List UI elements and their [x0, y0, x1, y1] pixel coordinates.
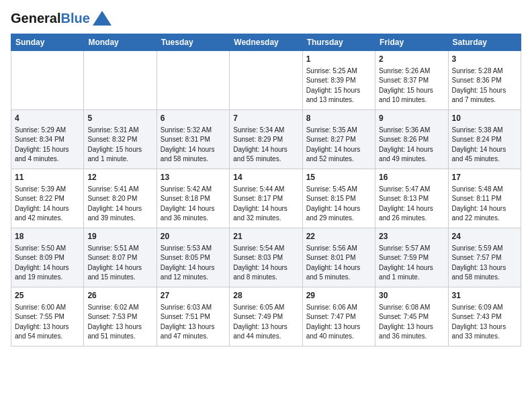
- day-info: Sunrise: 5:59 AM Sunset: 7:57 PM Dayligh…: [452, 244, 517, 283]
- logo-icon: [93, 11, 112, 26]
- calendar-cell: 28Sunrise: 6:05 AM Sunset: 7:49 PM Dayli…: [230, 287, 302, 347]
- day-info: Sunrise: 5:41 AM Sunset: 8:20 PM Dayligh…: [87, 185, 152, 224]
- page-header: GeneralBlue: [11, 11, 521, 26]
- calendar-cell: [230, 51, 302, 110]
- day-info: Sunrise: 5:35 AM Sunset: 8:27 PM Dayligh…: [306, 126, 371, 165]
- day-info: Sunrise: 5:57 AM Sunset: 7:59 PM Dayligh…: [379, 244, 444, 283]
- calendar-week-row: 18Sunrise: 5:50 AM Sunset: 8:09 PM Dayli…: [11, 228, 521, 287]
- day-number: 23: [379, 231, 444, 242]
- day-number: 16: [379, 172, 444, 183]
- calendar-cell: 29Sunrise: 6:06 AM Sunset: 7:47 PM Dayli…: [302, 287, 375, 347]
- day-number: 1: [306, 54, 371, 65]
- day-info: Sunrise: 6:05 AM Sunset: 7:49 PM Dayligh…: [233, 303, 298, 342]
- day-number: 3: [452, 54, 517, 65]
- day-info: Sunrise: 6:02 AM Sunset: 7:53 PM Dayligh…: [87, 303, 152, 342]
- day-number: 9: [379, 113, 444, 124]
- day-number: 13: [161, 172, 226, 183]
- day-number: 19: [87, 231, 152, 242]
- day-info: Sunrise: 5:47 AM Sunset: 8:13 PM Dayligh…: [379, 185, 444, 224]
- day-number: 4: [15, 113, 80, 124]
- calendar-cell: 27Sunrise: 6:03 AM Sunset: 7:51 PM Dayli…: [157, 287, 229, 347]
- day-info: Sunrise: 6:08 AM Sunset: 7:45 PM Dayligh…: [379, 303, 444, 342]
- day-number: 17: [452, 172, 517, 183]
- day-number: 5: [87, 113, 152, 124]
- day-header-monday: Monday: [84, 34, 157, 51]
- calendar-week-row: 4Sunrise: 5:29 AM Sunset: 8:34 PM Daylig…: [11, 110, 521, 169]
- calendar-cell: [157, 51, 229, 110]
- day-number: 20: [161, 231, 226, 242]
- day-number: 11: [15, 172, 80, 183]
- calendar-cell: 12Sunrise: 5:41 AM Sunset: 8:20 PM Dayli…: [84, 169, 157, 228]
- day-info: Sunrise: 6:09 AM Sunset: 7:43 PM Dayligh…: [452, 303, 517, 342]
- logo-text: GeneralBlue: [11, 11, 90, 25]
- calendar-cell: 4Sunrise: 5:29 AM Sunset: 8:34 PM Daylig…: [11, 110, 84, 169]
- day-info: Sunrise: 5:26 AM Sunset: 8:37 PM Dayligh…: [379, 66, 444, 105]
- day-info: Sunrise: 6:03 AM Sunset: 7:51 PM Dayligh…: [161, 303, 226, 342]
- calendar-cell: 2Sunrise: 5:26 AM Sunset: 8:37 PM Daylig…: [375, 51, 448, 110]
- day-number: 12: [87, 172, 152, 183]
- day-number: 18: [15, 231, 80, 242]
- day-header-sunday: Sunday: [11, 34, 84, 51]
- day-number: 26: [87, 290, 152, 302]
- day-number: 2: [379, 54, 444, 65]
- calendar-cell: 26Sunrise: 6:02 AM Sunset: 7:53 PM Dayli…: [84, 287, 157, 347]
- calendar-week-row: 1Sunrise: 5:25 AM Sunset: 8:39 PM Daylig…: [11, 51, 521, 110]
- calendar-cell: 16Sunrise: 5:47 AM Sunset: 8:13 PM Dayli…: [375, 169, 448, 228]
- day-header-thursday: Thursday: [302, 34, 375, 51]
- day-info: Sunrise: 5:25 AM Sunset: 8:39 PM Dayligh…: [306, 66, 371, 105]
- calendar-cell: [11, 51, 84, 110]
- calendar-cell: 9Sunrise: 5:36 AM Sunset: 8:26 PM Daylig…: [375, 110, 448, 169]
- day-info: Sunrise: 5:42 AM Sunset: 8:18 PM Dayligh…: [161, 185, 226, 224]
- calendar-cell: 17Sunrise: 5:48 AM Sunset: 8:11 PM Dayli…: [448, 169, 521, 228]
- day-info: Sunrise: 6:00 AM Sunset: 7:55 PM Dayligh…: [15, 303, 80, 342]
- day-number: 14: [233, 172, 298, 183]
- day-header-wednesday: Wednesday: [230, 34, 302, 51]
- calendar-cell: 24Sunrise: 5:59 AM Sunset: 7:57 PM Dayli…: [448, 228, 521, 287]
- day-number: 6: [161, 113, 226, 124]
- calendar-week-row: 25Sunrise: 6:00 AM Sunset: 7:55 PM Dayli…: [11, 287, 521, 347]
- day-number: 28: [233, 290, 298, 302]
- day-info: Sunrise: 5:54 AM Sunset: 8:03 PM Dayligh…: [233, 244, 298, 283]
- day-info: Sunrise: 5:29 AM Sunset: 8:34 PM Dayligh…: [15, 126, 80, 165]
- day-info: Sunrise: 5:53 AM Sunset: 8:05 PM Dayligh…: [161, 244, 226, 283]
- calendar-cell: 19Sunrise: 5:51 AM Sunset: 8:07 PM Dayli…: [84, 228, 157, 287]
- day-header-tuesday: Tuesday: [157, 34, 229, 51]
- calendar-cell: 22Sunrise: 5:56 AM Sunset: 8:01 PM Dayli…: [302, 228, 375, 287]
- calendar-cell: 20Sunrise: 5:53 AM Sunset: 8:05 PM Dayli…: [157, 228, 229, 287]
- calendar-cell: 3Sunrise: 5:28 AM Sunset: 8:36 PM Daylig…: [448, 51, 521, 110]
- calendar-cell: 7Sunrise: 5:34 AM Sunset: 8:29 PM Daylig…: [230, 110, 302, 169]
- calendar-cell: 30Sunrise: 6:08 AM Sunset: 7:45 PM Dayli…: [375, 287, 448, 347]
- day-header-saturday: Saturday: [448, 34, 521, 51]
- day-number: 8: [306, 113, 371, 124]
- day-info: Sunrise: 5:32 AM Sunset: 8:31 PM Dayligh…: [161, 126, 226, 165]
- day-info: Sunrise: 5:39 AM Sunset: 8:22 PM Dayligh…: [15, 185, 80, 224]
- day-info: Sunrise: 5:34 AM Sunset: 8:29 PM Dayligh…: [233, 126, 298, 165]
- calendar-cell: 11Sunrise: 5:39 AM Sunset: 8:22 PM Dayli…: [11, 169, 84, 228]
- calendar-cell: [84, 51, 157, 110]
- calendar-cell: 14Sunrise: 5:44 AM Sunset: 8:17 PM Dayli…: [230, 169, 302, 228]
- logo: GeneralBlue: [11, 11, 112, 26]
- day-number: 27: [161, 290, 226, 302]
- day-info: Sunrise: 5:36 AM Sunset: 8:26 PM Dayligh…: [379, 126, 444, 165]
- calendar-week-row: 11Sunrise: 5:39 AM Sunset: 8:22 PM Dayli…: [11, 169, 521, 228]
- day-info: Sunrise: 5:45 AM Sunset: 8:15 PM Dayligh…: [306, 185, 371, 224]
- day-number: 21: [233, 231, 298, 242]
- day-info: Sunrise: 5:48 AM Sunset: 8:11 PM Dayligh…: [452, 185, 517, 224]
- day-info: Sunrise: 5:50 AM Sunset: 8:09 PM Dayligh…: [15, 244, 80, 283]
- calendar-cell: 23Sunrise: 5:57 AM Sunset: 7:59 PM Dayli…: [375, 228, 448, 287]
- day-number: 29: [306, 290, 371, 302]
- calendar-cell: 6Sunrise: 5:32 AM Sunset: 8:31 PM Daylig…: [157, 110, 229, 169]
- day-number: 22: [306, 231, 371, 242]
- calendar-cell: 5Sunrise: 5:31 AM Sunset: 8:32 PM Daylig…: [84, 110, 157, 169]
- day-info: Sunrise: 5:28 AM Sunset: 8:36 PM Dayligh…: [452, 66, 517, 105]
- day-number: 24: [452, 231, 517, 242]
- calendar-cell: 21Sunrise: 5:54 AM Sunset: 8:03 PM Dayli…: [230, 228, 302, 287]
- calendar-header-row: SundayMondayTuesdayWednesdayThursdayFrid…: [11, 34, 521, 51]
- calendar-cell: 10Sunrise: 5:38 AM Sunset: 8:24 PM Dayli…: [448, 110, 521, 169]
- calendar-cell: 31Sunrise: 6:09 AM Sunset: 7:43 PM Dayli…: [448, 287, 521, 347]
- calendar-cell: 8Sunrise: 5:35 AM Sunset: 8:27 PM Daylig…: [302, 110, 375, 169]
- day-number: 25: [15, 290, 80, 302]
- day-number: 31: [452, 290, 517, 302]
- calendar-cell: 15Sunrise: 5:45 AM Sunset: 8:15 PM Dayli…: [302, 169, 375, 228]
- day-number: 10: [452, 113, 517, 124]
